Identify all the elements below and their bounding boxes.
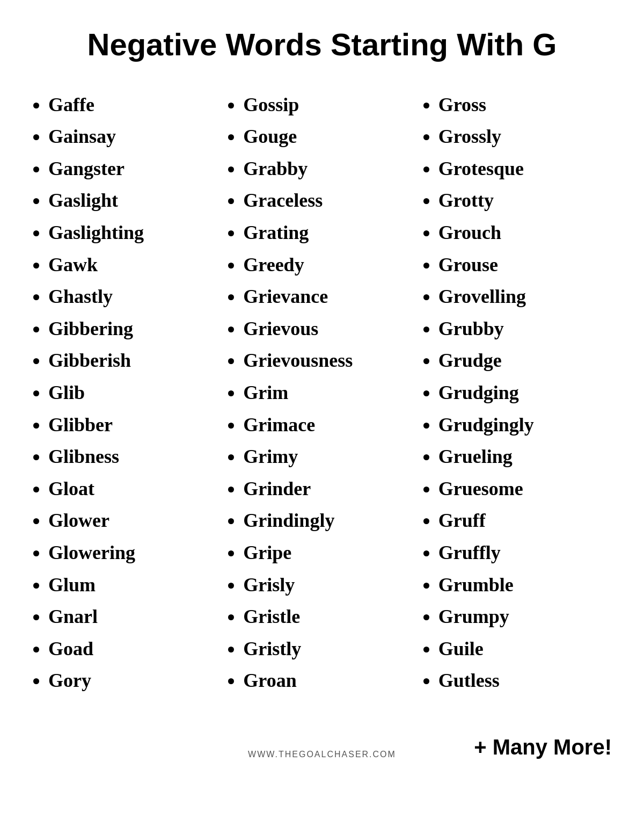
list-item: Grabby [243,154,416,185]
word-column: GrossGrosslyGrotesqueGrottyGrouchGrouseG… [422,90,612,698]
list-item: Grievous [243,314,416,345]
list-item: Gripe [243,538,416,569]
list-item: Grating [243,217,416,249]
more-text: + Many More! [419,735,612,759]
list-item: Gangster [48,154,222,185]
list-item: Grudging [438,378,612,409]
list-item: Grueling [438,441,612,473]
list-item: Grubby [438,314,612,345]
website-url: WWW.THEGOALCHASER.COM [225,750,419,759]
list-item: Grouch [438,217,612,249]
list-item: Glower [48,505,222,536]
list-item: Gaffe [48,90,222,121]
list-item: Grossly [438,121,612,153]
list-item: Gaslight [48,185,222,216]
word-columns: GaffeGainsayGangsterGaslightGaslightingG… [32,90,612,698]
list-item: Gross [438,90,612,121]
list-item: Gristle [243,601,416,633]
list-item: Grotty [438,185,612,216]
list-item: Gloat [48,474,222,505]
list-item: Glum [48,570,222,601]
list-item: Groan [243,665,416,697]
list-item: Gaslighting [48,217,222,249]
list-item: Goad [48,634,222,665]
list-item: Grumble [438,570,612,601]
list-item: Gouge [243,121,416,153]
list-item: Grouse [438,250,612,281]
list-item: Grievousness [243,345,416,376]
list-item: Gutless [438,665,612,697]
list-item: Gibberish [48,345,222,376]
list-item: Grindingly [243,505,416,536]
footer: WWW.THEGOALCHASER.COM + Many More! [32,724,612,759]
list-item: Gristly [243,634,416,665]
page-title: Negative Words Starting With G [32,27,612,63]
list-item: Gruffly [438,538,612,569]
word-column: GaffeGainsayGangsterGaslightGaslightingG… [32,90,222,698]
list-item: Grinder [243,474,416,505]
list-item: Grimy [243,441,416,473]
list-item: Gossip [243,90,416,121]
list-item: Grievance [243,281,416,313]
list-item: Glowering [48,538,222,569]
list-item: Gruff [438,505,612,536]
list-item: Glibber [48,410,222,441]
list-item: Graceless [243,185,416,216]
list-item: Grumpy [438,601,612,633]
list-item: Gnarl [48,601,222,633]
list-item: Grovelling [438,281,612,313]
list-item: Gory [48,665,222,697]
list-item: Grisly [243,570,416,601]
list-item: Gawk [48,250,222,281]
list-item: Grotesque [438,154,612,185]
list-item: Greedy [243,250,416,281]
list-item: Gibbering [48,314,222,345]
list-item: Glib [48,378,222,409]
list-item: Gainsay [48,121,222,153]
list-item: Grudge [438,345,612,376]
list-item: Glibness [48,441,222,473]
list-item: Guile [438,634,612,665]
word-column: GossipGougeGrabbyGracelessGratingGreedyG… [227,90,416,698]
list-item: Grudgingly [438,410,612,441]
list-item: Grim [243,378,416,409]
list-item: Ghastly [48,281,222,313]
list-item: Gruesome [438,474,612,505]
list-item: Grimace [243,410,416,441]
